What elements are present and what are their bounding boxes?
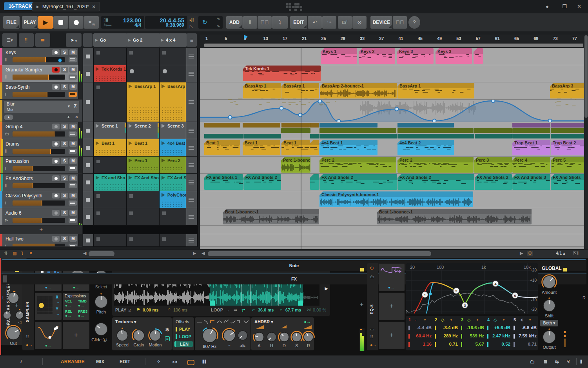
playhead-marker[interactable] (244, 35, 248, 39)
automation-write-button[interactable]: ⚭w (84, 16, 99, 29)
volume-slider[interactable] (13, 131, 65, 137)
launcher-cell[interactable]: BassArp 1 (127, 82, 159, 122)
clip-menu-cell[interactable] (186, 234, 197, 246)
arranger-track-lane[interactable]: Beat 1Beat 1Beat 14x4 Beat 14x4 Beat 2Tr… (200, 139, 584, 157)
loop-toggle-icon[interactable]: ↻ (202, 19, 207, 26)
arranger-clip[interactable] (310, 140, 319, 155)
h-envelope-knob[interactable] (265, 330, 278, 344)
tab-mix[interactable]: MIX (96, 359, 104, 364)
arranger-clip[interactable]: Beat 1-bounce-1 (223, 209, 319, 224)
delete-button[interactable]: ⊗ (352, 16, 367, 29)
clip-stop-cell[interactable] (83, 234, 93, 246)
clip-stop-cell[interactable] (83, 48, 93, 65)
pan-dot-icon[interactable] (58, 58, 62, 62)
add-audio-icon[interactable]: ⊳⃒ (258, 16, 272, 29)
sample-end-value[interactable]: 106 ms (173, 308, 187, 312)
clip-menu-cell[interactable] (186, 191, 197, 208)
keyboard-icon[interactable]: ⫴ (580, 359, 582, 364)
launcher-cell[interactable]: Scene 3 (160, 122, 186, 139)
launcher-cell[interactable]: Beat 1 (94, 139, 126, 156)
app-menu-button[interactable]: 16-TRACK (4, 2, 36, 10)
chevron-down-icon[interactable]: ▾ (503, 318, 505, 322)
clip-stop-cell[interactable] (83, 65, 93, 82)
xy-dot[interactable] (39, 303, 44, 308)
arranger-track-lane[interactable]: Classic Polysynth-bounce-1 (200, 191, 584, 208)
eq-band-number[interactable]: 2 (435, 317, 437, 322)
launcher-cell[interactable]: FX And Sho (160, 174, 186, 191)
mute-button[interactable]: M (69, 158, 77, 164)
launcher-cell[interactable]: Perc 1 (127, 157, 159, 173)
device-grid-icon[interactable]: ⠿ (26, 335, 29, 340)
loop-start-marker[interactable] (210, 301, 215, 306)
scene-header-3[interactable]: ▶4 x 4 (159, 33, 187, 47)
mute-button[interactable]: M (69, 141, 77, 147)
eq-band-freq-value[interactable]: 60.4 Hz (411, 333, 432, 338)
launcher-cell[interactable]: 4x4 Beat 1 (160, 139, 186, 156)
time-signature[interactable]: 4/4 (134, 22, 141, 28)
arranger-clip[interactable]: BassArp 1 (243, 83, 281, 98)
add-modulator-cell[interactable]: + (379, 322, 405, 349)
scene-menu-header[interactable]: ≣ (187, 33, 197, 47)
eq-band-type-icon[interactable]: ≺ (520, 317, 523, 322)
device-modulation-icon[interactable]: ●→ (26, 342, 33, 347)
zoom-fit-icon[interactable]: ⇱⦀ (573, 251, 579, 256)
clip-stop-cell[interactable] (83, 174, 93, 191)
loop-fade-value[interactable]: 0.00 % (313, 308, 326, 312)
arranger-clip[interactable]: FX And Shots 2 (243, 174, 281, 190)
launcher-cell[interactable]: FX and Sho… (94, 174, 126, 191)
eq-band-number[interactable]: 1 (408, 317, 411, 322)
chevron-down-icon[interactable]: ▾ (529, 318, 531, 322)
eq-band-q-value[interactable]: 0.52 (490, 342, 510, 346)
eq-output-knob[interactable] (541, 329, 557, 345)
arranger-clip[interactable]: FX And Shots (551, 174, 584, 190)
file-page-icon[interactable]: 🗎 (543, 359, 548, 364)
a-envelope-knob[interactable] (252, 330, 266, 344)
arranger-scroll-left-icon[interactable]: ◀ (201, 251, 205, 256)
arranger-scrollbar-thumb[interactable] (208, 251, 431, 256)
mute-button[interactable]: M (69, 67, 77, 73)
clip-menu-cell[interactable] (186, 65, 197, 82)
arranger-clip[interactable]: 4x4 Beat 2 (397, 140, 454, 155)
ahdsr-title[interactable]: AHDSR ▾ (254, 319, 273, 324)
eq-band-gain-value[interactable]: -3.4 dB (437, 325, 458, 330)
launcher-cell[interactable]: FX And Sho… (127, 174, 159, 191)
launcher-cell[interactable]: Beat 1 (127, 139, 159, 156)
arranger-clip[interactable]: Beat 1 (281, 140, 310, 155)
xy-modulator-cell[interactable]: X↔Y↔ (35, 293, 62, 320)
tab-edit[interactable]: EDIT (120, 359, 130, 364)
io-swap-icon[interactable]: ⇆ (555, 359, 559, 364)
metronome-toggle-icon[interactable]: ◺ (190, 24, 193, 29)
offset-loop[interactable]: LOOP (176, 334, 191, 339)
record-arm-button[interactable] (52, 141, 60, 147)
loop-forward-icon[interactable]: ⇒ (234, 308, 237, 313)
arranger-scroll-right-icon[interactable]: ▶ (520, 251, 523, 256)
solo-button[interactable]: S (61, 175, 68, 181)
arranger-track-lane[interactable] (200, 234, 584, 247)
volume-slider[interactable] (13, 183, 65, 188)
sample-start-value[interactable]: 0.00 ms (143, 308, 158, 312)
volume-slider[interactable] (13, 244, 65, 247)
arranger-clip[interactable] (474, 48, 483, 64)
eq-band-type-icon[interactable]: ◇ (467, 317, 470, 322)
track-menu-button[interactable] (69, 166, 77, 171)
arranger-clip[interactable]: Beat 1 (243, 140, 280, 155)
automation-lane-header[interactable]: BlurMix▼⊼★+✕ (0, 100, 82, 122)
automation-lane[interactable] (200, 100, 584, 122)
launcher-cell[interactable] (94, 208, 126, 225)
add-automation-lane-icon[interactable]: + (67, 115, 70, 119)
curve-modulator-cell[interactable]: ●→ (35, 322, 62, 349)
close-window-icon[interactable]: ✕ (577, 4, 581, 9)
mute-button[interactable]: M (69, 124, 77, 129)
arranger-clip[interactable]: Beat 1-bounce-1 (377, 209, 532, 224)
solo-button[interactable]: S (61, 67, 68, 73)
groove-icon[interactable]: ⇆▬ (103, 22, 111, 27)
track-row-granular-sampler[interactable]: Granular SamplerSM⫴ (0, 65, 82, 82)
arranger-clip[interactable]: Keys 1 (321, 48, 357, 64)
mixer-columns-icon[interactable]: ⦀⦀ (202, 359, 207, 364)
speed-knob[interactable] (115, 328, 130, 343)
motion-knob[interactable] (148, 328, 163, 343)
automation-star-button[interactable]: ★ (4, 115, 13, 120)
mute-button[interactable]: M (69, 236, 77, 242)
arranger-clip[interactable]: Perc 4 (512, 157, 550, 173)
metronome-icon[interactable]: ▯▮ (103, 17, 108, 22)
